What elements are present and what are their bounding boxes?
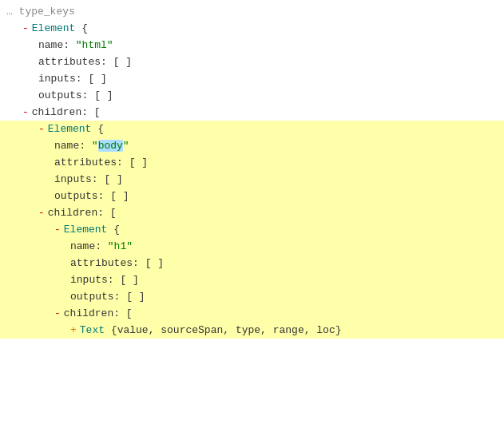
prop-children: children: bbox=[32, 105, 88, 120]
brace-open-h1: { bbox=[107, 222, 120, 237]
text-props: {value, bbox=[105, 323, 161, 338]
prop-outputs-h1: outputs: bbox=[70, 289, 126, 304]
value-h1: "h1" bbox=[108, 239, 133, 254]
bracket-close-2: ] bbox=[94, 71, 107, 86]
bracket-children-h1-open: [ bbox=[120, 306, 133, 321]
collapse-btn-children-h1[interactable]: - bbox=[54, 306, 61, 321]
prop-name-h1: name: bbox=[70, 239, 108, 254]
expand-btn-text[interactable]: + bbox=[70, 323, 77, 338]
prop-attributes-body: attributes: bbox=[54, 155, 129, 170]
line-children-h1: - children: [ bbox=[0, 305, 504, 322]
line-children-body: - children: [ bbox=[0, 204, 504, 221]
prop-inputs: inputs: bbox=[38, 71, 88, 86]
bracket-close: ] bbox=[119, 54, 132, 69]
line-attributes-body: attributes: [ ] bbox=[0, 154, 504, 171]
keyword-element-body: Element bbox=[48, 121, 92, 137]
prop-children-body: children: bbox=[48, 205, 104, 220]
bracket-open-ob: [ bbox=[110, 188, 117, 204]
line-inputs-h1: inputs: [ ] bbox=[0, 271, 504, 288]
line-text-node: + Text {value, sourceSpan, type, range, … bbox=[0, 322, 504, 339]
collapse-btn-h1[interactable]: - bbox=[54, 222, 61, 237]
line-outputs-1: outputs: [ ] bbox=[0, 87, 504, 104]
line-inputs-1: inputs: [ ] bbox=[0, 70, 504, 87]
text-source-span: sourceSpan, bbox=[161, 323, 229, 338]
bracket-open-ib: [ bbox=[104, 172, 110, 187]
text-loc: loc} bbox=[311, 323, 342, 338]
line-children-1: - children: [ bbox=[0, 104, 504, 121]
bracket-close-3: ] bbox=[101, 88, 113, 103]
line-header: … type_keys bbox=[0, 3, 504, 20]
line-attributes-h1: attributes: [ ] bbox=[0, 255, 504, 271]
line-inputs-body: inputs: [ ] bbox=[0, 171, 504, 188]
bracket-children-open: [ bbox=[88, 105, 101, 120]
line-name-body: name: "body" bbox=[0, 137, 504, 154]
prop-name: name: bbox=[38, 38, 76, 53]
prop-inputs-body: inputs: bbox=[54, 172, 104, 187]
line-outputs-body: outputs: [ ] bbox=[0, 188, 504, 204]
keyword-element-h1: Element bbox=[64, 222, 108, 237]
keyword-element: Element bbox=[32, 21, 76, 36]
bracket-close-ob: ] bbox=[117, 188, 129, 204]
bracket-open-h1i: [ bbox=[120, 272, 126, 287]
bracket-close-h1o: ] bbox=[133, 289, 145, 304]
line-element-h1: - Element { bbox=[0, 221, 504, 238]
prop-outputs: outputs: bbox=[38, 88, 94, 103]
line-name-html: name: "html" bbox=[0, 37, 504, 54]
bracket-close-h1i: ] bbox=[126, 272, 139, 287]
collapse-btn-body[interactable]: - bbox=[38, 121, 45, 137]
value-body: "body" bbox=[92, 138, 129, 153]
prop-inputs-h1: inputs: bbox=[70, 272, 120, 287]
prop-outputs-body: outputs: bbox=[54, 188, 110, 204]
bracket-close-ib: ] bbox=[110, 172, 123, 187]
bracket-open-h1a: [ bbox=[145, 256, 152, 271]
bracket-open-b: [ bbox=[129, 155, 136, 170]
line-name-h1: name: "h1" bbox=[0, 238, 504, 255]
bracket-open: [ bbox=[113, 54, 120, 69]
collapse-btn-1[interactable]: - bbox=[22, 21, 29, 36]
brace-open-body: { bbox=[91, 121, 104, 137]
brace-open: { bbox=[75, 21, 88, 36]
text-range: range, bbox=[267, 323, 311, 338]
bracket-close-b: ] bbox=[135, 155, 148, 170]
collapse-btn-children-body[interactable]: - bbox=[38, 205, 45, 220]
bracket-children-body-open: [ bbox=[104, 205, 117, 220]
collapse-btn-children-1[interactable]: - bbox=[22, 105, 29, 120]
highlight-body: body bbox=[98, 140, 123, 152]
prop-name-body: name: bbox=[54, 138, 92, 153]
line-attributes-1: attributes: [ ] bbox=[0, 54, 504, 70]
bracket-close-h1a: ] bbox=[151, 256, 164, 271]
line-element-body: - Element { bbox=[0, 121, 504, 137]
line-element-1: - Element { bbox=[0, 20, 504, 37]
code-viewer: … type_keys - Element { name: "html" att… bbox=[0, 0, 504, 432]
bracket-open-2: [ bbox=[88, 71, 94, 86]
header-text: … type_keys bbox=[6, 4, 75, 19]
keyword-text: Text bbox=[80, 323, 105, 338]
bracket-open-3: [ bbox=[94, 88, 101, 103]
line-outputs-h1: outputs: [ ] bbox=[0, 288, 504, 305]
prop-attributes-h1: attributes: bbox=[70, 256, 145, 271]
text-type: type, bbox=[229, 323, 267, 338]
prop-children-h1: children: bbox=[64, 306, 120, 321]
value-html: "html" bbox=[76, 38, 113, 53]
prop-attributes: attributes: bbox=[38, 54, 113, 69]
bracket-open-h1o: [ bbox=[126, 289, 133, 304]
